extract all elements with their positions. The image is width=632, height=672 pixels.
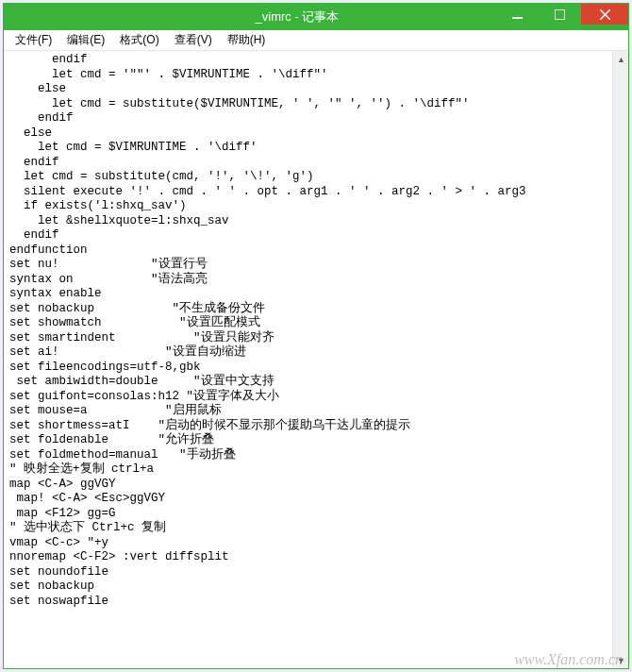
minimize-button[interactable] — [496, 4, 539, 25]
notepad-window: _vimrc - 记事本 文件(F) 编辑(E) 格式(O) 查看(V) 帮助(… — [3, 3, 629, 669]
maximize-icon — [555, 9, 565, 20]
menu-file[interactable]: 文件(F) — [8, 30, 59, 50]
menubar: 文件(F) 编辑(E) 格式(O) 查看(V) 帮助(H) — [4, 30, 628, 51]
menu-view[interactable]: 查看(V) — [167, 30, 220, 50]
svg-rect-0 — [512, 17, 523, 19]
maximize-button[interactable] — [539, 4, 581, 25]
menu-format[interactable]: 格式(O) — [112, 30, 166, 50]
scroll-down-button[interactable]: ▼ — [613, 652, 628, 668]
close-icon — [600, 9, 610, 20]
close-button[interactable] — [581, 4, 628, 25]
window-title: _vimrc - 记事本 — [98, 8, 496, 25]
content-area: endif let cmd = '""' . $VIMRUNTIME . '\d… — [4, 51, 628, 668]
svg-rect-1 — [555, 9, 565, 20]
menu-help[interactable]: 帮助(H) — [220, 30, 274, 50]
titlebar: _vimrc - 记事本 — [4, 4, 628, 30]
minimize-icon — [512, 9, 523, 20]
text-editor[interactable]: endif let cmd = '""' . $VIMRUNTIME . '\d… — [4, 51, 612, 668]
menu-edit[interactable]: 编辑(E) — [59, 30, 112, 50]
vertical-scrollbar[interactable]: ▲ ▼ — [612, 51, 628, 668]
scroll-up-button[interactable]: ▲ — [613, 51, 628, 67]
window-controls — [496, 4, 628, 30]
